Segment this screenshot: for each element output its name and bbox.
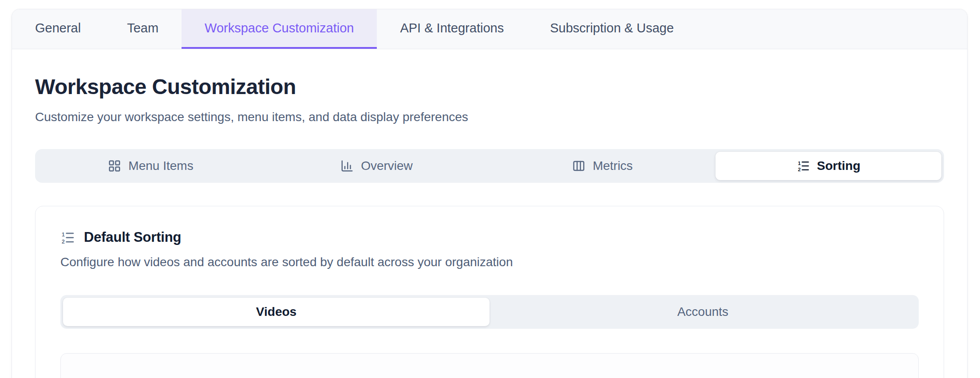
settings-body: Workspace Customization Customize your w… bbox=[12, 74, 967, 378]
toggle-option-videos[interactable]: Videos bbox=[63, 298, 490, 326]
svg-text:2: 2 bbox=[798, 167, 800, 172]
svg-text:1: 1 bbox=[62, 232, 65, 238]
settings-page: General Team Workspace Customization API… bbox=[0, 0, 980, 378]
tab-subscription-usage[interactable]: Subscription & Usage bbox=[527, 9, 697, 49]
section-description: Configure how videos and accounts are so… bbox=[60, 255, 919, 269]
default-sorting-header: 1 2 Default Sorting bbox=[60, 229, 919, 245]
next-section-card-partial bbox=[60, 353, 919, 378]
settings-panel: General Team Workspace Customization API… bbox=[12, 9, 968, 378]
segment-label: Metrics bbox=[593, 159, 632, 173]
segment-label: Overview bbox=[361, 159, 413, 173]
tab-api-integrations[interactable]: API & Integrations bbox=[377, 9, 527, 49]
segment-sorting[interactable]: 1 2 Sorting bbox=[715, 152, 941, 180]
segment-label: Sorting bbox=[817, 159, 861, 173]
entity-toggle: Videos Accounts bbox=[60, 295, 919, 329]
segment-metrics[interactable]: Metrics bbox=[490, 152, 715, 180]
segment-overview[interactable]: Overview bbox=[264, 152, 490, 180]
list-ordered-icon: 1 2 bbox=[60, 230, 75, 245]
section-title: Default Sorting bbox=[84, 229, 181, 245]
toggle-option-accounts[interactable]: Accounts bbox=[490, 298, 916, 326]
svg-text:2: 2 bbox=[62, 238, 65, 244]
layout-grid-icon bbox=[108, 159, 121, 173]
view-switcher: Menu Items Overview bbox=[35, 149, 944, 183]
segment-label: Menu Items bbox=[128, 159, 193, 173]
default-sorting-card: 1 2 Default Sorting Configure how videos… bbox=[35, 206, 944, 378]
settings-tabbar: General Team Workspace Customization API… bbox=[12, 9, 967, 49]
tab-general[interactable]: General bbox=[12, 9, 104, 49]
page-subtitle: Customize your workspace settings, menu … bbox=[35, 109, 944, 126]
columns-icon bbox=[572, 159, 585, 173]
segment-menu-items[interactable]: Menu Items bbox=[38, 152, 264, 180]
tab-workspace-customization[interactable]: Workspace Customization bbox=[182, 9, 377, 49]
tab-team[interactable]: Team bbox=[104, 9, 182, 49]
page-title: Workspace Customization bbox=[35, 74, 944, 100]
list-ordered-icon: 1 2 bbox=[797, 159, 810, 173]
bar-chart-icon bbox=[340, 159, 354, 173]
svg-text:1: 1 bbox=[798, 161, 800, 166]
